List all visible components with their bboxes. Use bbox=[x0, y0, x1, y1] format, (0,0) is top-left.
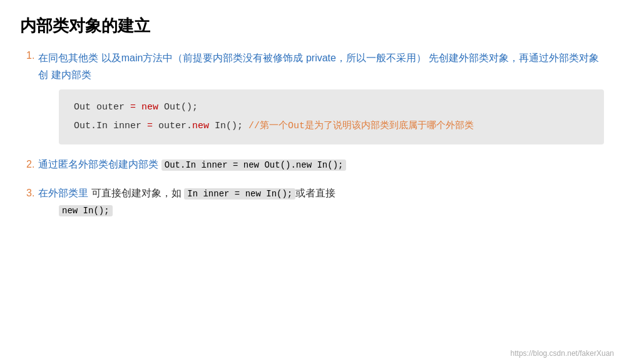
list-item-3-second: new In(); bbox=[59, 205, 604, 216]
list-number-1: 1. bbox=[26, 50, 34, 61]
list-text-2: 通过匿名外部类创建内部类 Out.In inner = new Out().ne… bbox=[38, 156, 346, 173]
list-item-2-line: 2. 通过匿名外部类创建内部类 Out.In inner = new Out()… bbox=[26, 156, 604, 173]
page-title: 内部类对象的建立 bbox=[20, 15, 604, 37]
code-block-1: Out outer = new Out(); Out.In inner = ou… bbox=[59, 89, 604, 144]
text-highlight-1: 在同包其他类 以及main方法中（前提要内部类没有被修饰成 private，所以… bbox=[38, 53, 599, 80]
content-area: 1. 在同包其他类 以及main方法中（前提要内部类没有被修饰成 private… bbox=[26, 49, 604, 216]
inline-code-2: Out.In inner = new Out().new In(); bbox=[161, 159, 347, 171]
code-line-1-2: Out.In inner = outer.new In(); //第一个Out是… bbox=[74, 117, 589, 136]
list-item-2: 2. 通过匿名外部类创建内部类 Out.In inner = new Out()… bbox=[26, 156, 604, 173]
code-line-1-1: Out outer = new Out(); bbox=[74, 98, 589, 117]
watermark: https://blog.csdn.net/fakerXuan bbox=[511, 349, 614, 358]
list-item-1-header: 1. 在同包其他类 以及main方法中（前提要内部类没有被修饰成 private… bbox=[26, 49, 604, 83]
list-item-3-line: 3. 在外部类里 可直接创建对象，如 In inner = new In();或… bbox=[26, 185, 604, 202]
list-item-3: 3. 在外部类里 可直接创建对象，如 In inner = new In();或… bbox=[26, 185, 604, 216]
list-text-1: 在同包其他类 以及main方法中（前提要内部类没有被修饰成 private，所以… bbox=[38, 49, 604, 83]
inline-code-3b: new In(); bbox=[59, 205, 113, 216]
list-text-3: 在外部类里 可直接创建对象，如 In inner = new In();或者直接 bbox=[38, 185, 335, 202]
list-number-2: 2. bbox=[26, 159, 34, 170]
inline-code-3a: In inner = new In(); bbox=[184, 188, 295, 200]
list-item-1: 1. 在同包其他类 以及main方法中（前提要内部类没有被修饰成 private… bbox=[26, 49, 604, 144]
list-number-3: 3. bbox=[26, 188, 34, 199]
